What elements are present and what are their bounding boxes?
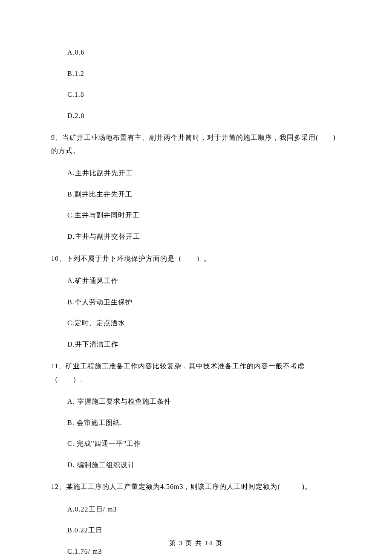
- q9-stem: 9、当矿井工业场地布置有主、副井两个井筒时，对于井筒的施工顺序，我国多采用( )…: [51, 131, 341, 157]
- q8-option-b: B.1.2: [51, 68, 341, 79]
- q11-option-b: B. 会审施工图纸.: [51, 417, 341, 428]
- q8-option-a: A.0.6: [51, 47, 341, 58]
- q12-option-b: B.0.22工日: [51, 525, 341, 536]
- q8-option-d: D.2.0: [51, 110, 341, 121]
- q9-option-c: C.主井与副井同时开工: [51, 210, 341, 221]
- q11-stem: 11、矿业工程施工准备工作内容比较复杂，其中技术准备工作的内容一般不考虑（ ）。: [51, 360, 341, 386]
- q10-stem: 10、下列不属于井下环境保护方面的是（ ）。: [51, 252, 341, 265]
- q10-option-b: B.个人劳动卫生保护: [51, 297, 341, 308]
- q9-option-a: A.主井比副井先开工: [51, 168, 341, 179]
- q10-option-d: D.井下清洁工作: [51, 339, 341, 350]
- q10-option-a: A.矿井通风工作: [51, 275, 341, 286]
- q9-option-b: B.副井比主井先开工: [51, 189, 341, 200]
- q11-option-d: D. 编制施工组织设计: [51, 460, 341, 471]
- q12-stem: 12、某施工工序的人工产量定额为4.56m3，则该工序的人工时间定额为( )。: [51, 480, 341, 493]
- q11-option-a: A. 掌握施工要求与检查施工条件: [51, 396, 341, 407]
- q9-option-d: D.主井与副井交替开工: [51, 231, 341, 242]
- q11-option-c: C. 完成''四通一平''工作: [51, 438, 341, 449]
- q8-option-c: C.1.8: [51, 89, 341, 100]
- page-footer: 第 3 页 共 14 页: [0, 538, 392, 548]
- q12-option-a: A.0.22工日/ m3: [51, 504, 341, 515]
- q10-option-c: C.定时、定点洒水: [51, 318, 341, 329]
